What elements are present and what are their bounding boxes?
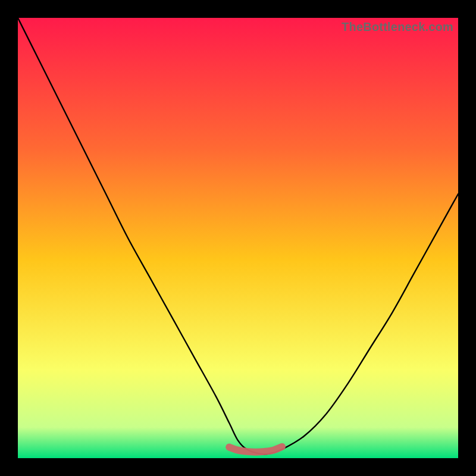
bottleneck-chart — [18, 18, 458, 458]
gradient-background — [18, 18, 458, 458]
chart-frame: TheBottleneck.com — [0, 0, 476, 476]
watermark-text: TheBottleneck.com — [342, 20, 453, 34]
